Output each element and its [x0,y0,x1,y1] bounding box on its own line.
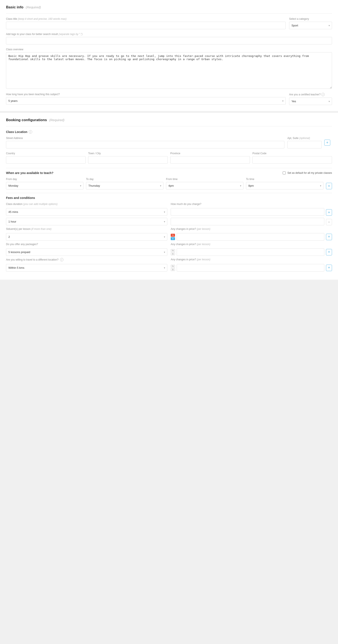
dollar-toggle-button[interactable]: $ [171,237,175,240]
certified-label: Are you a certified teacher? i [289,93,332,96]
to-time-label: To time [246,178,324,181]
apt-add-button[interactable]: + [324,140,330,146]
travel-row: No Within 1 km Within 2 kms Within 5 kms… [6,264,332,272]
basic-info-section: Basic info (Required) Class title (keep … [0,0,338,111]
packages-label: Do you offer any packages? [6,243,167,246]
price-change-3-input[interactable]: 0 [177,264,324,272]
booking-config-title: Booking configurations (Required) [6,118,332,122]
from-day-select[interactable]: Monday Tuesday Wednesday Thursday Friday… [6,182,83,190]
overview-label: Class overview [6,48,332,51]
street-address-input[interactable]: 1025 Granville St [6,141,284,148]
travel-label: Are you willing to travel to a different… [6,258,167,262]
province-input[interactable]: British Columbia [170,156,250,164]
basic-info-title: Basic info (Required) [6,5,332,10]
tags-input[interactable]: Hip hop, dancing, sport, keep fit, lose … [6,37,332,44]
students-select[interactable]: 1 2 3 4 5 6+ [6,233,167,240]
category-select[interactable]: Sport Music Art Dance Language Fitness [289,22,332,29]
packages-price-toggle-group: % $ [171,249,175,256]
teaching-years-label: How long have you been teaching this sub… [6,93,286,96]
tags-label: Add tags to your class for better search… [6,33,332,36]
class-title-input[interactable]: Easy Hip Hop Dance Tutorials - The Basic… [6,22,286,29]
price-change-2-label: Any changes in price? (per lesson) [171,243,332,246]
price-change-2-input[interactable]: 0 [177,248,324,256]
duration-row-1: 30 mins 45 mins 1 hour 1.5 hours 2 hours… [6,208,332,216]
to-time-select[interactable]: 8am9am10am11am 12pm1pm2pm3pm 4pm5pm6pm7p… [246,182,324,190]
travel-percent-toggle[interactable]: % [171,265,175,268]
charge-1-input[interactable]: $40 [171,208,324,216]
availability-title: When are you available to teach? [6,171,53,175]
availability-add-button[interactable]: + [326,183,332,189]
price-change-1-input[interactable]: $20 [177,233,324,240]
price-change-3-label: Any changes in price? (per lesson) [171,258,332,261]
packages-row: None 5 lessons prepaid 10 lessons prepai… [6,248,332,256]
duration-2-select[interactable]: 30 mins 45 mins 1 hour 1.5 hours 2 hours [6,218,167,225]
default-checkbox-label[interactable]: Set as default for all my private classe… [283,172,332,174]
teaching-years-select[interactable]: 1 year 2 years 3 years 4 years 5 years 6… [6,97,286,104]
price-change-2-add-button[interactable]: + [326,249,332,256]
country-input[interactable]: Canada [6,156,86,164]
duration-1-select[interactable]: 30 mins 45 mins 1 hour 1.5 hours 2 hours [6,208,167,216]
apt-suite-input[interactable] [287,141,322,148]
availability-row: From day Monday Tuesday Wednesday Thursd… [6,178,332,190]
default-checkbox[interactable] [283,172,286,174]
travel-dollar-toggle[interactable]: $ [171,268,175,271]
city-input[interactable]: Vancouver [88,156,168,164]
postal-code-input[interactable]: V6P 4Z7 [252,156,332,164]
to-day-label: To day [86,178,164,181]
country-label: Country [6,152,86,155]
postal-code-label: Postal Code [252,152,332,155]
packages-dollar-toggle[interactable]: $ [171,252,175,256]
travel-select[interactable]: No Within 1 km Within 2 kms Within 5 kms… [6,264,167,272]
duration-row-2: 30 mins 45 mins 1 hour 1.5 hours 2 hours… [6,218,332,225]
city-label: Town / City [88,152,168,155]
from-time-label: From time [166,178,243,181]
category-label: Select a category [289,18,332,20]
location-info-icon[interactable]: i [29,130,32,134]
fees-title: Fees and conditions [6,196,332,200]
packages-select[interactable]: None 5 lessons prepaid 10 lessons prepai… [6,248,167,256]
charge-2-remove-button[interactable]: × [326,219,332,225]
street-address-label: Street Address [6,136,284,140]
charge-label: How much do you charge? [171,202,332,206]
students-row: 1 2 3 4 5 6+ % $ $20 + [6,233,332,240]
availability-header: When are you available to teach? Set as … [6,171,332,175]
duration-label: Class duration (you can add multiple opt… [6,202,167,206]
travel-price-toggle-group: % $ [171,265,175,271]
charge-1-add-button[interactable]: + [326,209,332,216]
price-change-3-add-button[interactable]: + [326,265,332,271]
booking-config-section: Booking configurations (Required) Class … [0,113,338,280]
price-change-1-label: Any changes in price? (per lesson) [171,228,332,230]
percent-toggle-button[interactable]: % [171,234,175,237]
price-toggle-group: % $ [171,234,175,240]
charge-2-input[interactable]: $50 [171,218,324,225]
students-label: Stduent(s) per lesson (if more than one) [6,228,167,230]
overview-textarea[interactable]: Basic Hip Hop and groove skills are nece… [6,52,332,89]
class-title-label: Class title (keep it short and precise, … [6,18,286,20]
travel-info-icon[interactable]: i [60,258,63,262]
apt-suite-label: Apt, Suite (optional) [287,136,322,140]
province-label: Province [170,152,250,155]
certified-select[interactable]: Yes No [289,98,332,105]
packages-percent-toggle[interactable]: % [171,249,175,252]
location-subsection-title: Class Location i [6,130,332,134]
to-day-select[interactable]: Monday Tuesday Wednesday Thursday Friday… [86,182,164,190]
from-day-label: From day [6,178,83,181]
price-change-1-add-button[interactable]: + [326,234,332,240]
from-time-select[interactable]: 8am9am10am11am 12pm1pm2pm3pm 4pm5pm6pm7p… [166,182,243,190]
certified-info-icon[interactable]: i [321,93,325,96]
